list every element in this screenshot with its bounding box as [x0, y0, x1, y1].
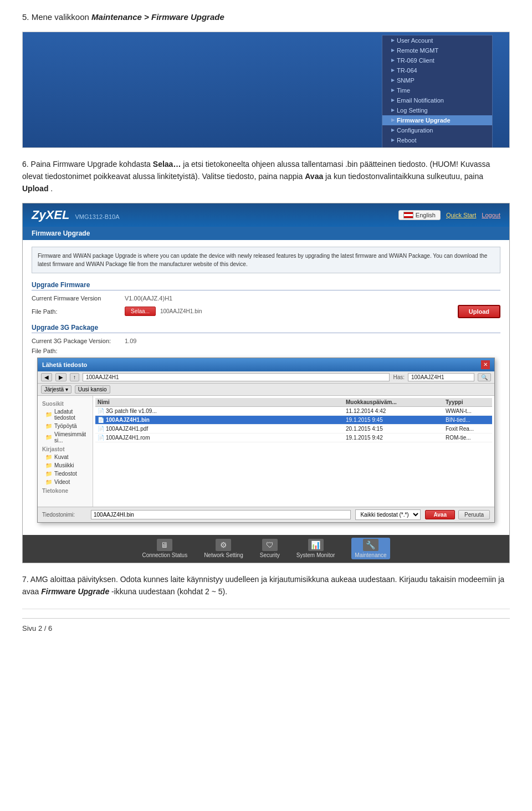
file-type-cell: Foxit Rea...	[446, 426, 490, 432]
router-screenshot-1: User AccountRemote MGMTTR-069 ClientTR-0…	[22, 32, 510, 148]
sidebar-item-label: Videot	[54, 479, 70, 485]
router-menu: User AccountRemote MGMTTR-069 ClientTR-0…	[382, 35, 493, 148]
step6-end: .	[50, 184, 53, 193]
forward-button[interactable]: ▶	[55, 373, 66, 381]
organize-button[interactable]: Järjestä ▾	[41, 385, 71, 394]
file-type-cell: ROM-tie...	[446, 435, 490, 441]
menu-item[interactable]: User Account	[382, 35, 492, 45]
folder-icon: 📁	[45, 471, 52, 477]
step6-text3: ja kun tiedostonvalintaikkuna sulkeutuu,…	[325, 172, 483, 181]
file-dialog-footer: Tiedostonimi: Kaikki tiedostat (*.*) Ava…	[38, 507, 494, 522]
file-list-item[interactable]: 📄 100AAJZ4H1.bin 19.1.2015 9:45 BIN-tied…	[95, 416, 492, 425]
logout-link[interactable]: Logout	[482, 212, 500, 218]
sidebar-item[interactable]: 📁Videot	[38, 478, 93, 486]
nav-item[interactable]: 🛡Security	[260, 539, 280, 558]
file-icon: 📄	[98, 426, 104, 432]
upload-button[interactable]: Upload	[458, 305, 500, 318]
file-icon: 📄	[98, 417, 104, 423]
file-dialog-main: Nimi Muokkauspäiväm... Tyyppi 📄 3G patch…	[93, 396, 494, 507]
back-button[interactable]: ◀	[41, 373, 52, 381]
zyxel-logo-area: ZyXEL VMG1312-B10A	[32, 208, 120, 222]
folder-icon: 📁	[45, 454, 52, 460]
file-list-item[interactable]: 📄 100AAJZ4H1.rom 19.1.2015 9:42 ROM-tie.…	[95, 433, 492, 442]
file-type-cell: WWAN-t...	[446, 408, 490, 414]
file-icon: 📄	[98, 408, 104, 414]
fw-file-label: File Path:	[32, 308, 120, 315]
sidebar-item[interactable]: 📁Ladatut tiedostot	[38, 407, 93, 422]
file-size-cell	[401, 408, 446, 414]
sidebar-item[interactable]: 📁Työpöytä	[38, 422, 93, 430]
sidebar-item[interactable]: 📁Viimesimmät si...	[38, 430, 93, 445]
sidebar-item-label: Ladatut tiedostot	[54, 409, 88, 421]
search-bar[interactable]: 100AAJZ4H1	[408, 373, 474, 381]
file-dialog-sidebar: Suosikit📁Ladatut tiedostot📁Työpöytä📁Viim…	[38, 396, 93, 507]
file-list-item[interactable]: 📄 100AAJZ4H1.pdf 20.1.2015 4:15 Foxit Re…	[95, 425, 492, 433]
selaa-button[interactable]: Selaa...	[125, 307, 156, 316]
nav-item[interactable]: 📊System Monitor	[296, 539, 335, 558]
fw-3g-label: Current 3G Package Version:	[32, 338, 120, 344]
menu-item[interactable]: SNMP	[382, 75, 492, 85]
folder-icon: 📁	[45, 462, 52, 468]
file-date-cell: 11.12.2014 4:42	[346, 408, 401, 414]
nav-label: Network Setting	[204, 552, 243, 558]
menu-item[interactable]: Reboot	[382, 135, 492, 145]
menu-item[interactable]: Diagnostic	[382, 145, 492, 148]
footer-type-select[interactable]: Kaikki tiedostat (*.*)	[355, 509, 421, 520]
nav-item[interactable]: 🖥Connection Status	[142, 539, 187, 558]
avaa-button[interactable]: Avaa	[425, 510, 455, 519]
step5-bold: Maintenance > Firmware Upgrade	[91, 12, 224, 22]
router-nav-bar-2: 🖥Connection Status⚙Network Setting🛡Secur…	[23, 535, 509, 563]
menu-item[interactable]: TR-064	[382, 65, 492, 75]
menu-item[interactable]: Email Notification	[382, 95, 492, 105]
step6-text1: 6. Paina Firmware Upgrade kohdasta	[22, 160, 151, 169]
file-size-cell	[401, 426, 446, 432]
has-label: Has:	[393, 374, 405, 380]
sidebar-item[interactable]: 📁Musiikki	[38, 461, 93, 470]
step6-bold1: Selaa…	[153, 160, 181, 169]
file-date-cell: 19.1.2015 9:42	[346, 435, 401, 441]
new-folder-button[interactable]: Uusi kansio	[75, 385, 110, 394]
nav-icon: ⚙	[216, 539, 231, 551]
file-list-item[interactable]: 📄 3G patch file v1.09... 11.12.2014 4:42…	[95, 407, 492, 416]
menu-item[interactable]: Remote MGMT	[382, 45, 492, 55]
menu-item[interactable]: Time	[382, 85, 492, 95]
step7-end: -ikkuna uudestaan (kohdat 2 ~ 5).	[111, 587, 227, 596]
nav-item[interactable]: 🔧Maintenance	[351, 538, 390, 559]
folder-icon: 📁	[45, 479, 52, 485]
quick-start-link[interactable]: Quick Start	[446, 212, 476, 218]
fw-section2: Upgrade 3G Package Current 3G Package Ve…	[32, 324, 500, 354]
file-size-cell	[401, 417, 446, 423]
nav-item[interactable]: ⚙Network Setting	[204, 539, 243, 558]
search-button[interactable]: 🔍	[478, 373, 491, 381]
col-name: Nimi	[98, 399, 346, 405]
sidebar-group: Tietokone	[38, 486, 93, 494]
file-dialog-titlebar: Lähetä tiedosto ✕	[38, 358, 494, 371]
file-size-cell	[401, 435, 446, 441]
footer-actions: Avaa Peruuta	[425, 510, 490, 519]
sidebar-item-label: Kuvat	[54, 454, 69, 460]
path-bar-text: 100AAJZ4H1	[86, 374, 119, 380]
menu-item[interactable]: Configuration	[382, 125, 492, 135]
file-dialog-close-button[interactable]: ✕	[481, 360, 490, 369]
menu-item[interactable]: Log Setting	[382, 105, 492, 115]
sidebar-item[interactable]: 📁Kuvat	[38, 453, 93, 461]
fw-info-box: Firmware and WWAN package Upgrade is whe…	[32, 247, 500, 273]
nav-label: Connection Status	[142, 552, 187, 558]
fw-section1-title: Upgrade Firmware	[32, 281, 500, 290]
nav-icon: 🖥	[157, 539, 172, 551]
peruuta-button[interactable]: Peruuta	[458, 510, 490, 519]
sidebar-item-label: Työpöytä	[54, 423, 77, 429]
footer-filename-label: Tiedostonimi:	[42, 512, 86, 518]
step6-bold2: Avaa	[305, 172, 323, 181]
file-dialog-body: Suosikit📁Ladatut tiedostot📁Työpöytä📁Viim…	[38, 396, 494, 507]
fw-screenshot: ZyXEL VMG1312-B10A English Quick Start L…	[22, 203, 510, 563]
sidebar-item[interactable]: 📁Tiedostot	[38, 470, 93, 478]
up-button[interactable]: ↑	[70, 373, 79, 381]
menu-item[interactable]: TR-069 Client	[382, 55, 492, 65]
zyxel-header-right: English Quick Start Logout	[398, 210, 500, 220]
col-type: Tyyppi	[446, 399, 490, 405]
footer-filename-input[interactable]	[91, 510, 351, 519]
menu-item[interactable]: Firmware Upgrade	[382, 115, 492, 125]
file-dialog-toolbar2: Järjestä ▾ Uusi kansio	[38, 384, 494, 396]
language-button[interactable]: English	[398, 210, 441, 220]
